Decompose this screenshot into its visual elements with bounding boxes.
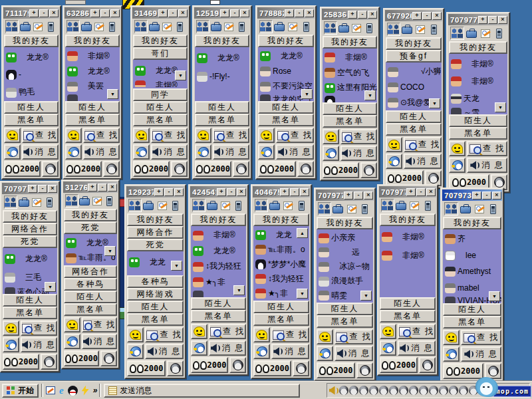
scroll-down-button[interactable]: ▼: [301, 89, 313, 99]
buddy-row[interactable]: 鸭毛: [6, 84, 59, 101]
qq-bird-button[interactable]: [317, 346, 333, 361]
close-button[interactable]: ×: [498, 16, 507, 24]
buddy-row[interactable]: 龙龙®: [193, 243, 246, 259]
notes-button[interactable]: [222, 20, 235, 33]
group-button[interactable]: 我的好友: [317, 217, 373, 229]
message-button[interactable]: 消 息: [145, 344, 184, 359]
phone-button[interactable]: [174, 20, 186, 33]
message-button[interactable]: 消 息: [83, 144, 120, 160]
message-face-button[interactable]: [3, 321, 19, 336]
group-button[interactable]: 网络游戏: [127, 288, 184, 301]
group-button[interactable]: 死党: [3, 235, 57, 248]
maximize-button[interactable]: +: [280, 188, 289, 196]
briefcase-button[interactable]: [148, 20, 160, 33]
buddy-row[interactable]: 龙龙®: [260, 49, 314, 64]
minimize-button[interactable]: -: [416, 188, 426, 196]
scroll-down-button[interactable]: ▼: [171, 261, 182, 271]
titlebar[interactable]: 707977+-×: [316, 190, 374, 201]
buddy-row[interactable]: ↕我为轻狂: [193, 259, 246, 275]
group-button[interactable]: 黑名单: [133, 114, 188, 126]
qq2000-logo-button[interactable]: 2000: [195, 161, 231, 177]
message-button[interactable]: 消 息: [467, 158, 507, 173]
group-button[interactable]: 黑名单: [253, 313, 309, 326]
phone-button[interactable]: [363, 21, 376, 35]
titlebar[interactable]: 707977+-×: [379, 186, 436, 198]
group-button[interactable]: 陌生人: [127, 301, 184, 313]
titlebar[interactable]: 711179+-×: [3, 7, 59, 19]
scroll-down-button[interactable]: ▼: [175, 70, 186, 80]
qq-bird-button[interactable]: [449, 158, 466, 173]
notes-button[interactable]: [31, 20, 44, 33]
close-button[interactable]: ×: [426, 188, 436, 196]
group-button[interactable]: 黑名单: [65, 114, 120, 126]
qq2000-logo-button[interactable]: 2000: [258, 161, 296, 177]
group-button[interactable]: 网络合作: [127, 226, 184, 239]
minimize-button[interactable]: -: [38, 185, 47, 193]
buddy-row[interactable]: COCO: [388, 79, 442, 94]
maximize-button[interactable]: +: [88, 184, 97, 192]
search-button[interactable]: 查 找: [213, 128, 249, 143]
briefcase-button[interactable]: [464, 27, 478, 40]
notes-button[interactable]: [472, 202, 486, 215]
minimize-button[interactable]: -: [39, 9, 49, 17]
scroll-down-button[interactable]: ▼: [495, 102, 506, 112]
briefcase-button[interactable]: [273, 20, 286, 33]
titlebar[interactable]: 707977+-×: [448, 14, 508, 25]
notes-button[interactable]: [281, 199, 295, 212]
buddy-row[interactable]: 非烟®: [325, 50, 377, 65]
message-face-button[interactable]: [133, 128, 150, 143]
phone-button[interactable]: [106, 20, 118, 33]
tray-penguin-icon[interactable]: [429, 386, 438, 395]
group-button[interactable]: 我的好友: [258, 35, 314, 47]
scroll-down-button[interactable]: ▼: [429, 98, 440, 108]
scroll-down-button[interactable]: ▼: [360, 291, 372, 301]
buddy-row[interactable]: 非烟®: [135, 80, 188, 87]
group-button[interactable]: 我的好友: [443, 217, 501, 229]
briefcase-button[interactable]: [394, 199, 408, 212]
lightning-icon[interactable]: [82, 386, 89, 396]
minimize-button[interactable]: -: [488, 16, 497, 24]
buddy-row[interactable]: 小亲亲: [319, 231, 373, 245]
buddy-row[interactable]: -: [6, 66, 59, 83]
message-face-button[interactable]: [443, 330, 460, 345]
search-button[interactable]: 查 找: [22, 128, 59, 143]
buddy-row[interactable]: 龙龙®: [197, 49, 249, 67]
message-face-button[interactable]: [449, 141, 466, 156]
group-button[interactable]: 我的好友: [386, 37, 442, 50]
group-button[interactable]: 陌生人: [3, 294, 57, 307]
group-button[interactable]: 我的好友: [195, 35, 249, 47]
briefcase-button[interactable]: [337, 21, 350, 35]
message-face-button[interactable]: [258, 128, 275, 143]
message-button[interactable]: 消 息: [276, 144, 314, 160]
qq2000-logo-button[interactable]: 2000: [64, 350, 99, 366]
briefcase-button[interactable]: [78, 194, 91, 207]
qq2000-logo-button[interactable]: 2000: [133, 161, 170, 177]
maximize-button[interactable]: +: [154, 188, 164, 196]
close-button[interactable]: ×: [300, 188, 309, 196]
message-button[interactable]: 消 息: [334, 346, 373, 361]
notes-button[interactable]: [30, 196, 43, 209]
message-button[interactable]: 消 息: [82, 334, 117, 349]
close-button[interactable]: ×: [49, 9, 59, 17]
search-button[interactable]: 查 找: [271, 327, 309, 342]
phone-button[interactable]: [358, 202, 372, 215]
minimize-button[interactable]: -: [230, 9, 239, 17]
qq2000-logo-button[interactable]: 2000: [317, 362, 355, 378]
scroll-down-button[interactable]: ▼: [297, 289, 308, 299]
buddy-row[interactable]: 冰凉∽物: [319, 259, 373, 274]
message-button[interactable]: 消 息: [22, 144, 59, 160]
penguin-button[interactable]: [360, 162, 377, 178]
minimize-button[interactable]: -: [482, 192, 491, 200]
phone-button[interactable]: [486, 202, 500, 215]
friends-button[interactable]: [259, 20, 273, 33]
friends-button[interactable]: [324, 21, 337, 35]
qq-bird-button[interactable]: [380, 340, 396, 356]
maximize-button[interactable]: +: [478, 16, 487, 24]
titlebar[interactable]: 312765+-×: [63, 182, 118, 193]
briefcase-button[interactable]: [458, 202, 472, 215]
qq-bird-button[interactable]: [133, 144, 150, 160]
group-button[interactable]: 网络合作: [64, 265, 117, 278]
phone-button[interactable]: [421, 199, 434, 212]
notes-button[interactable]: [91, 194, 104, 207]
qq-bird-button[interactable]: [3, 337, 19, 352]
